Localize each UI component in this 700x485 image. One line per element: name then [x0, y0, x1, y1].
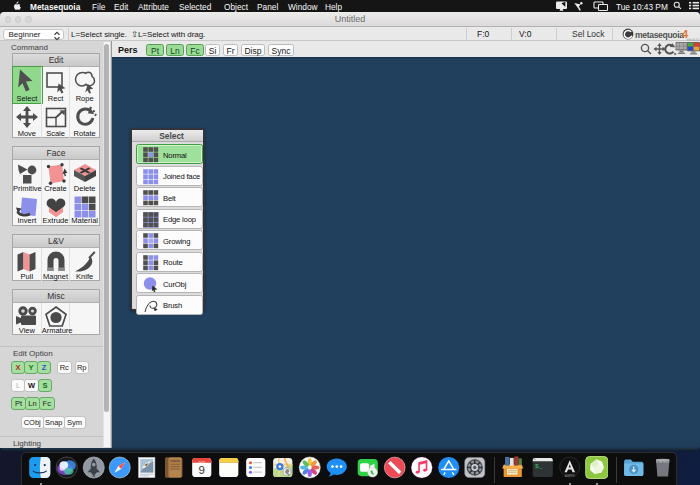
svg-text:9: 9: [198, 463, 204, 475]
svg-text:AMPPS: AMPPS: [564, 473, 574, 477]
svg-text:$_: $_: [535, 462, 543, 469]
svg-text:metasequoia: metasequoia: [635, 30, 684, 40]
